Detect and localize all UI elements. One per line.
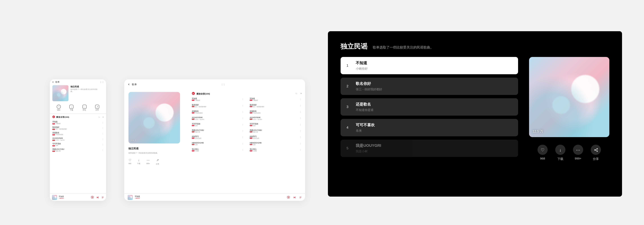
song-row[interactable]: AIUHGVNHK SQGwyu - Hguakn ⋮ — [250, 116, 302, 121]
like-button[interactable]: ♡ 999+ — [56, 105, 61, 111]
song-row[interactable]: 好好学习 SQ安安在这里 ⋮ — [250, 135, 302, 140]
song-row[interactable]: 还是歌名 SQ不知道你是谁 ⋮ — [192, 109, 244, 114]
queue-button[interactable] — [299, 196, 302, 199]
now-playing-cover[interactable] — [52, 195, 57, 200]
queue-button[interactable] — [102, 196, 104, 199]
row-more-icon[interactable]: ⋮ — [102, 127, 104, 129]
row-more-icon[interactable]: ⋮ — [300, 149, 302, 151]
song-row[interactable]: 1 不知道 小碗你好 — [340, 57, 518, 74]
song-row[interactable]: 4 可可不喜欢 名侠 — [340, 119, 518, 136]
playlist-cover[interactable]: 12.5 万 — [529, 57, 609, 137]
now-playing-cover[interactable] — [128, 195, 133, 200]
play-pause-button[interactable] — [91, 196, 94, 199]
row-more-icon[interactable]: ⋮ — [300, 98, 302, 100]
song-row[interactable]: 我是UOUYGBJ SQ我是小树 ⋮ — [50, 147, 106, 153]
now-playing-artist: 小碗你好 — [59, 198, 64, 199]
song-row[interactable]: 还是歌名 SQ不知道你是谁 ⋮ — [50, 131, 106, 136]
row-more-icon[interactable]: ⋮ — [242, 123, 244, 126]
like-button[interactable]: ♡ 968 — [128, 159, 131, 165]
row-more-icon[interactable]: ⋮ — [242, 142, 244, 145]
share-button[interactable]: ↗ 分享 — [156, 159, 159, 165]
song-row[interactable]: 可可不喜欢 SQ名侠 ⋮ — [250, 122, 302, 127]
row-more-icon[interactable]: ⋮ — [300, 142, 302, 145]
like-button[interactable]: ♡ 968 — [538, 145, 548, 161]
song-row[interactable]: 歌名你好 SQ张三 - 你好我好都好 ⋮ — [192, 103, 244, 108]
next-button[interactable] — [96, 196, 99, 199]
share-button[interactable]: ↗ 分享 — [95, 105, 99, 111]
list-view-icon[interactable]: ≡ — [102, 116, 104, 118]
playlist-cover[interactable] — [52, 85, 68, 101]
play-pause-button[interactable] — [287, 196, 290, 199]
more-icon[interactable]: ⋮⋮ — [218, 81, 302, 87]
song-name: 不知道 — [356, 60, 368, 66]
song-row[interactable]: 可可不喜欢 SQ名侠 ⋮ — [50, 142, 106, 147]
sort-icon[interactable]: ↑↓ — [98, 116, 100, 118]
download-button[interactable]: ↓ 下载 — [137, 159, 140, 165]
row-more-icon[interactable]: ⋮ — [300, 136, 302, 138]
back-icon[interactable] — [52, 81, 54, 83]
row-more-icon[interactable]: ⋮ — [242, 111, 244, 113]
row-more-icon[interactable]: ⋮ — [300, 123, 302, 126]
row-more-icon[interactable]: ⋮ — [102, 138, 104, 140]
playlist-cover[interactable]: 12.5 万 — [128, 92, 180, 143]
song-artist: SQGwyu - Hguakn — [192, 118, 240, 120]
phone-song-list[interactable]: 不知道 SQ小碗你好 ⋮ 歌名你好 SQ张三 - 你好我好都好 ⋮ 还是歌名 S… — [50, 120, 106, 193]
song-row[interactable]: 2 歌名你好 张三 - 你好我好都好 — [340, 78, 518, 95]
row-more-icon[interactable]: ⋮ — [242, 149, 244, 151]
download-button[interactable]: ↓ 下载 — [70, 105, 74, 111]
song-row[interactable]: AIUHGVNHK SQGwyu - Hguakn ⋮ — [50, 136, 106, 142]
download-button[interactable]: ↓ 下载 — [555, 145, 566, 161]
song-row[interactable]: 还是歌名 SQ不知道你是谁 ⋮ — [250, 109, 302, 114]
song-row[interactable]: HBNIDGHJHB SQ太阳 ⋮ — [250, 141, 302, 146]
next-button[interactable] — [293, 196, 296, 199]
row-more-icon[interactable]: ⋮ — [242, 98, 244, 100]
row-more-icon[interactable]: ⋮ — [102, 132, 104, 135]
song-row[interactable]: 不知道 SQ小碗你好 ⋮ — [250, 97, 302, 102]
row-more-icon[interactable]: ⋮ — [242, 130, 244, 132]
now-playing-bar[interactable]: 不知道 小碗你好 — [124, 193, 305, 201]
phone-topbar: 歌单 ⋮⋮ — [50, 79, 106, 84]
row-more-icon[interactable]: ⋮ — [242, 136, 244, 138]
row-more-icon[interactable]: ⋮ — [242, 104, 244, 107]
song-row[interactable]: 5 我是UOUYGRI 我是小树 — [340, 140, 518, 157]
row-more-icon[interactable]: ⋮ — [300, 111, 302, 113]
song-row[interactable]: 我是UOUYGBJ SQ我是小树 ⋮ — [192, 128, 244, 133]
song-name: 我是UOUYGBJ — [192, 129, 240, 131]
more-icon[interactable]: ⋮⋮ — [100, 81, 104, 83]
row-more-icon[interactable]: ⋮ — [300, 117, 302, 119]
row-more-icon[interactable]: ⋮ — [300, 104, 302, 107]
row-more-icon[interactable]: ⋮ — [102, 143, 104, 146]
song-row[interactable]: 安心安心 SQ小东西 ⋮ — [250, 147, 302, 152]
row-more-icon[interactable]: ⋮ — [102, 122, 104, 124]
song-row[interactable]: 不知道 SQ小碗你好 ⋮ — [50, 120, 106, 125]
sort-icon[interactable]: ↑↓ — [296, 92, 297, 94]
playlist-desc: 歌单选取了一些比较受关注的民谣歌曲。 — [128, 152, 159, 154]
song-row[interactable]: 安心安心 SQ小东西 ⋮ — [192, 147, 244, 152]
row-more-icon[interactable]: ⋮ — [300, 130, 302, 132]
list-view-icon[interactable]: ≡ — [300, 92, 302, 94]
comment-button[interactable]: ⋯ 评论 — [82, 105, 86, 111]
play-all-button[interactable]: ▶ 播放全部(104) ↑↓ ≡ — [50, 114, 106, 120]
song-row[interactable]: 歌名你好 SQ张三 - 你好我好都好 ⋮ — [50, 125, 106, 131]
row-more-icon[interactable]: ⋮ — [102, 149, 104, 151]
song-row[interactable]: 可可不喜欢 SQ名侠 ⋮ — [192, 122, 244, 127]
comment-button[interactable]: ⋯ 999+ — [146, 159, 150, 165]
song-row[interactable]: 歌名你好 SQ张三 - 你好我好都好 ⋮ — [250, 103, 302, 108]
play-all-button[interactable]: ▶ 播放全部(104) ↑↓ ≡ — [192, 91, 302, 97]
song-row[interactable]: 3 还是歌名 不知道你是谁 — [340, 98, 518, 116]
comment-button[interactable]: ⋯ 999+ — [573, 145, 583, 161]
tv-song-list[interactable]: 1 不知道 小碗你好 2 歌名你好 张三 - 你好我好都好 3 还是歌名 不知道… — [340, 57, 518, 186]
share-button[interactable]: 分享 — [591, 145, 601, 161]
song-row[interactable]: HBNIDGHJHB SQ太阳 ⋮ — [192, 141, 244, 146]
song-row[interactable]: 好好学习 SQ安安在这里 ⋮ — [192, 135, 244, 140]
now-playing-bar[interactable]: 不知道 小碗你好 — [50, 193, 106, 201]
row-more-icon[interactable]: ⋮ — [242, 117, 244, 119]
tablet-song-grid[interactable]: 不知道 SQ小碗你好 ⋮ 不知道 SQ小碗你好 ⋮ 歌名你好 SQ张三 - 你好… — [192, 97, 302, 152]
song-row[interactable]: AIUHGVNHK SQGwyu - Hguakn ⋮ — [192, 116, 244, 121]
comment-icon: ⋯ — [82, 105, 86, 109]
back-icon[interactable] — [128, 83, 130, 86]
phone-action-row: ♡ 999+ ↓ 下载 ⋯ 评论 ↗ 分享 — [50, 103, 106, 114]
song-row[interactable]: 不知道 SQ小碗你好 ⋮ — [192, 97, 244, 102]
song-name: 好好学习 — [192, 135, 240, 137]
song-row[interactable]: 我是UOUYGBJ SQ我是小树 ⋮ — [250, 128, 302, 133]
